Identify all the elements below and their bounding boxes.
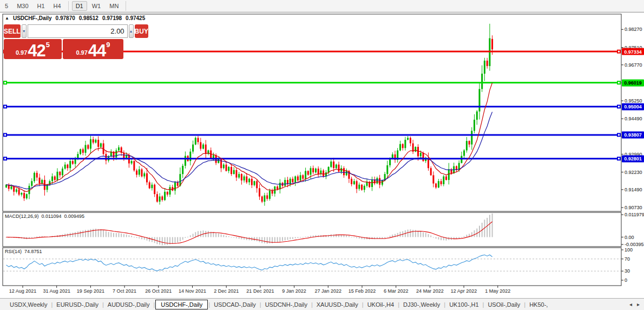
sell-price-big: 42 [28,43,45,59]
chart-tab-usdx-weekly[interactable]: USDX,Weekly [6,301,50,308]
chart-tab-dj30-weekly[interactable]: DJ30-,Weekly [400,301,443,308]
timeframe-button-h1[interactable]: H1 [34,1,49,11]
date-label: 31 Aug 2021 [43,288,70,294]
date-label: 26 Oct 2021 [145,288,172,294]
tab-separator: | [208,301,210,308]
price-level-badge: 0.95004 [622,103,644,110]
date-label: 27 Jan 2022 [315,288,342,294]
timeframe-button-5[interactable]: 5 [1,1,12,11]
macd-axis-label: 0.00 [625,235,634,240]
chart-tab-usdcnh-daily[interactable]: USDCNH-,Daily [262,301,311,308]
buy-button[interactable]: BUY [135,24,148,38]
date-label: 9 Jan 2022 [282,288,306,294]
timeframe-button-d1[interactable]: D1 [72,1,87,11]
chart-tab-usdcad-daily[interactable]: USDCAD-,Daily [211,301,259,308]
tab-separator: | [362,301,364,308]
macd-indicator-label: MACD(12,26,9) 0.011094 0.009495 [5,214,84,219]
sell-price-sup: 5 [46,41,50,49]
timeframe-button-mn[interactable]: MN [106,1,122,11]
date-label: 14 Nov 2021 [179,288,206,294]
rsi-value: 74.8751 [24,249,42,254]
macd-signal-value: 0.009495 [64,214,84,219]
date-label: 1 May 2022 [485,288,510,294]
sell-price-prefix: 0.97 [16,49,27,56]
high-value: 0.98512 [79,15,98,21]
timeframe-toolbar: 5M30H1H4D1W1MN [0,0,644,12]
chart-tab-audusd-daily[interactable]: AUDUSD-,Daily [104,301,153,308]
price-level-badge: 0.92801 [622,155,644,162]
collapse-panel-arrow[interactable]: ▲ [5,16,9,21]
buy-price-box[interactable]: 0.97 44 9 [63,39,123,59]
rsi-axis-label: 70 [625,256,630,262]
macd-name: MACD(12,26,9) [5,214,39,219]
date-label: 7 Oct 2021 [113,288,136,294]
toolbar-divider [68,1,69,11]
open-value: 0.97870 [56,15,75,21]
sell-price-box[interactable]: 0.97 42 5 [4,39,62,59]
buy-price-prefix: 0.97 [76,49,87,56]
chart-tab-bar: USDX,Weekly|EURUSD-,Daily|AUDUSD-,Daily|… [0,298,644,310]
chart-tab-usoil-daily[interactable]: USOil-,Daily [484,301,523,308]
date-label: 12 Apr 2022 [451,288,477,294]
tab-separator: | [524,301,525,308]
tab-separator: | [483,301,484,308]
chart-window[interactable]: ▲ USDCHF-,Daily 0.97870 0.98512 0.97198 … [0,12,644,298]
sell-button[interactable]: SELL [4,24,21,38]
volume-decrease-button[interactable]: ▼ [22,24,27,38]
close-value: 0.97425 [126,15,145,21]
chart-tab-uk100-h1[interactable]: UK100-,H1 [446,301,482,308]
rsi-axis-label: 30 [625,268,630,274]
price-level-badge: 0.93807 [622,131,644,138]
chart-tab-xauusd-daily[interactable]: XAUUSD-,Daily [313,301,362,308]
price-level-badge: 0.96019 [622,79,644,86]
volume-increase-button[interactable]: ▲ [129,24,134,38]
chart-tab-usdchf-daily[interactable]: USDCHF-,Daily [155,300,208,309]
date-label: 12 Aug 2021 [9,288,37,294]
macd-main-value: 0.011094 [42,214,62,219]
spin-up-icon: ▲ [129,29,133,33]
price-axis-label: 0.94490 [625,116,642,121]
buy-price-sup: 9 [106,41,110,49]
price-axis-label: 0.91490 [625,187,642,192]
timeframe-button-h4[interactable]: H4 [50,1,65,11]
rsi-indicator-label: RSI(14) 74.8751 [5,249,42,254]
date-label: 21 Dec 2021 [246,288,274,294]
toolbar-divider [126,1,126,11]
date-label: 6 Mar 2022 [384,288,409,294]
tab-separator: | [260,301,261,308]
low-value: 0.97198 [102,15,122,21]
tab-separator: | [102,301,104,308]
tab-scroll-right-icon[interactable]: ▸ [637,301,640,307]
macd-axis-label: -0.00395 [625,242,644,247]
date-label: 19 Sep 2021 [77,288,104,294]
date-label: 24 Mar 2022 [416,288,444,294]
date-label: 15 Feb 2022 [349,288,376,294]
one-click-trading-panel: SELL ▼ ▲ BUY 0.97 42 5 0.97 44 [4,24,123,59]
tab-separator: | [444,301,445,308]
price-level-badge: 0.97334 [622,48,644,55]
timeframe-button-w1[interactable]: W1 [88,1,105,11]
buy-price-big: 44 [88,43,106,59]
rsi-name: RSI(14) [5,249,22,254]
tab-separator: | [51,301,52,308]
price-axis-label: 0.96770 [625,62,642,68]
chart-tab-eurusd-daily[interactable]: EURUSD-,Daily [53,301,102,308]
rsi-axis-label: 0 [625,277,627,283]
price-axis-label: 0.98270 [625,27,642,32]
chart-info-line: ▲ USDCHF-,Daily 0.97870 0.98512 0.97198 … [5,15,145,21]
symbol-title: USDCHF-,Daily [13,15,52,21]
volume-input[interactable] [28,24,128,38]
trading-terminal-window: 5M30H1H4D1W1MN ▲ USDCHF-,Daily 0.97870 0… [0,0,644,310]
chart-tab-hk50[interactable]: HK50-, [526,301,551,308]
tab-scroll-left-icon[interactable]: ◂ [629,301,632,307]
timeframe-button-m30[interactable]: M30 [13,1,32,11]
tab-scroll-arrows: ◂▸ [629,301,644,307]
tab-separator: | [311,301,313,308]
price-axis-label: 0.92230 [625,170,642,175]
price-axis-label: 0.90730 [625,205,642,210]
spin-down-icon: ▼ [22,29,26,33]
chart-tab-ukoil-h4[interactable]: UKOil-,H4 [364,301,398,308]
rsi-axis-label: 100 [625,247,633,253]
tab-separator: | [398,301,399,308]
date-label: 2 Dec 2021 [214,288,239,294]
